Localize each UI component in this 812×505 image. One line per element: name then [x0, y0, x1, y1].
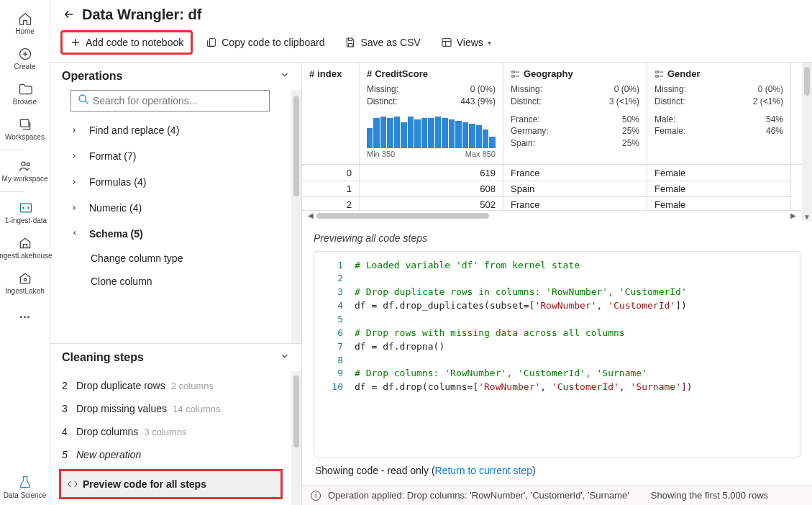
- table-row[interactable]: 2502FranceFemale: [302, 196, 802, 211]
- sidebar-item-ingestlakehouse[interactable]: IngestLakehouse: [0, 230, 54, 265]
- op-group[interactable]: Format (7): [70, 143, 280, 169]
- data-grid[interactable]: 0619FranceFemale1608SpainFemale2502Franc…: [302, 165, 802, 211]
- category-icon: [654, 69, 665, 79]
- sidebar-item-1-ingest-data[interactable]: 1-ingest-data: [0, 195, 54, 230]
- svg-rect-7: [442, 39, 451, 47]
- back-button[interactable]: [60, 6, 78, 23]
- preview-code-button[interactable]: Preview code for all steps: [59, 469, 283, 499]
- sidebar-item-my-workspace[interactable]: My workspace: [0, 153, 54, 188]
- op-group[interactable]: Formulas (4): [70, 169, 280, 195]
- collapse-steps[interactable]: [280, 351, 290, 364]
- code-preview[interactable]: 1# Loaded variable 'df' from kernel stat…: [314, 251, 800, 458]
- home-icon: [18, 12, 32, 26]
- code-preview-title: Previewing all code steps: [314, 227, 800, 251]
- return-to-step-link[interactable]: Return to current step: [435, 465, 532, 476]
- sidebar-footer[interactable]: Data Science: [0, 470, 50, 505]
- save-csv-button[interactable]: Save as CSV: [337, 32, 427, 53]
- svg-point-8: [79, 95, 86, 101]
- op-group[interactable]: Find and replace (4): [70, 117, 280, 143]
- sidebar-item-ingestlakeh[interactable]: IngestLakeh: [0, 265, 54, 301]
- lakehouse2-icon: [18, 271, 32, 286]
- plus-icon: [70, 37, 81, 48]
- status-message: Operation applied: Drop columns: 'RowNum…: [328, 490, 629, 501]
- code-line: 3# Drop duplicate rows in columns: 'RowN…: [314, 286, 800, 299]
- save-icon: [345, 37, 356, 48]
- horizontal-scrollbar[interactable]: ◀ ▶: [302, 211, 802, 221]
- sidebar-item-browse[interactable]: Browse: [0, 76, 54, 112]
- collapse-operations[interactable]: [280, 70, 290, 83]
- add-code-button[interactable]: Add code to notebook: [60, 30, 193, 55]
- search-operations-input[interactable]: [70, 90, 270, 112]
- scrollbar[interactable]: [291, 90, 301, 343]
- toolbar: Add code to notebook Copy code to clipbo…: [50, 26, 812, 63]
- code-line: 8: [314, 354, 800, 368]
- step-item[interactable]: 4Drop columns3 columns: [59, 420, 283, 443]
- info-icon: i: [311, 491, 321, 501]
- operations-panel: Operations Find and replace (4)Format (7…: [50, 63, 302, 505]
- code-line: 1# Loaded variable 'df' from kernel stat…: [314, 259, 800, 273]
- code-line: 7df = df.dropna(): [314, 340, 800, 354]
- add-code-label: Add code to notebook: [86, 37, 183, 48]
- sidebar-more[interactable]: …: [0, 302, 50, 327]
- page-title: Data Wrangler: df: [82, 6, 201, 23]
- table-row[interactable]: 1608SpainFemale: [302, 181, 802, 196]
- svg-point-2: [22, 162, 25, 165]
- arrow-left-icon: [63, 8, 76, 21]
- step-item[interactable]: 5New operation: [59, 443, 283, 466]
- histogram: [367, 112, 496, 148]
- operations-title: Operations: [62, 70, 122, 83]
- code-icon: [67, 478, 78, 490]
- chevron-down-icon: ▾: [488, 39, 491, 47]
- column-summary-panel: #index #CreditScore Missing:0 (0%) Disti…: [302, 63, 802, 165]
- step-item[interactable]: 3Drop missing values14 columns: [59, 397, 283, 420]
- svg-rect-12: [656, 75, 659, 76]
- sidebar-footer-label: Data Science: [4, 491, 46, 499]
- column-creditscore[interactable]: #CreditScore Missing:0 (0%) Distinct:443…: [360, 63, 503, 164]
- code-line: 10df = df.drop(columns=['RowNumber', 'Cu…: [314, 381, 800, 394]
- lakehouse-icon: [18, 236, 32, 250]
- chevron-down-icon: [280, 351, 290, 361]
- header: Data Wrangler: df: [50, 0, 812, 26]
- code-icon: [19, 201, 33, 215]
- code-line: 9# Drop columns: 'RowNumber', 'CustomerI…: [314, 367, 800, 381]
- layout-icon: [441, 37, 452, 48]
- sidebar-item-workspaces[interactable]: Workspaces: [0, 112, 54, 147]
- sidebar-item-create[interactable]: Create: [0, 41, 54, 76]
- svg-point-5: [24, 278, 26, 281]
- sidebar-item-home[interactable]: Home: [0, 6, 54, 41]
- views-button[interactable]: Views ▾: [434, 32, 498, 53]
- people-icon: [18, 159, 32, 173]
- scrollbar[interactable]: ▼: [802, 63, 812, 221]
- svg-rect-10: [512, 75, 515, 76]
- app-sidebar: HomeCreateBrowseWorkspacesMy workspace1-…: [0, 0, 50, 505]
- code-line: 2: [314, 272, 800, 286]
- column-gender[interactable]: Gender Missing:0 (0%) Distinct:2 (<1%) M…: [647, 63, 791, 164]
- op-group[interactable]: Schema (5): [70, 221, 280, 247]
- category-icon: [511, 69, 521, 79]
- op-item[interactable]: Clone column: [70, 270, 280, 293]
- copy-code-button[interactable]: Copy code to clipboard: [199, 32, 332, 53]
- code-footer: Showing code - read only (Return to curr…: [314, 458, 800, 485]
- scrollbar[interactable]: [291, 371, 301, 505]
- flask-icon: [18, 476, 32, 490]
- column-index[interactable]: #index: [302, 63, 360, 164]
- plus-circle-icon: [18, 47, 32, 61]
- svg-rect-6: [210, 39, 216, 47]
- chevron-right-icon: [70, 124, 79, 136]
- code-line: 6# Drop rows with missing data across al…: [314, 327, 800, 340]
- chevron-right-icon: [70, 202, 79, 214]
- column-geography[interactable]: Geography Missing:0 (0%) Distinct:3 (<1%…: [503, 63, 647, 164]
- op-item[interactable]: Change column type: [70, 247, 280, 270]
- chevron-right-icon: [69, 229, 81, 238]
- chevron-right-icon: [70, 150, 79, 162]
- code-line: 5: [314, 313, 800, 327]
- status-rows: Showing the first 5,000 rows: [651, 490, 768, 501]
- svg-rect-4: [21, 204, 32, 212]
- svg-point-3: [27, 163, 29, 165]
- op-group[interactable]: Numeric (4): [70, 195, 280, 221]
- views-label: Views: [457, 37, 483, 48]
- table-row[interactable]: 0619FranceFemale: [302, 165, 802, 181]
- chevron-right-icon: [70, 176, 79, 188]
- hash-icon: #: [367, 68, 372, 79]
- step-item[interactable]: 2Drop duplicate rows2 columns: [59, 374, 283, 397]
